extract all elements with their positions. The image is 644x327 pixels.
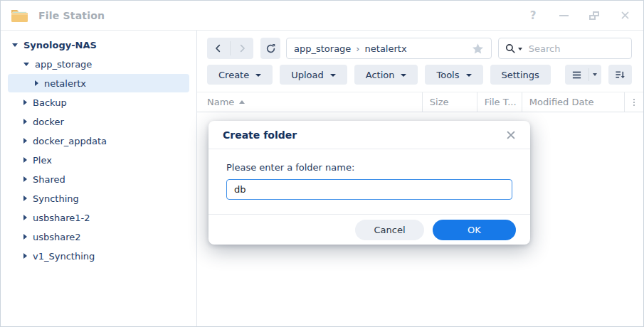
- tree-label: Plex: [33, 155, 52, 166]
- sidebar-item-shared[interactable]: Shared: [8, 170, 189, 188]
- list-view-icon[interactable]: [565, 70, 588, 80]
- button-label: Settings: [502, 70, 539, 80]
- tree-label: Syncthing: [33, 193, 79, 204]
- tools-button[interactable]: Tools: [425, 65, 482, 85]
- maximize-icon[interactable]: [588, 10, 600, 21]
- chevron-down-icon: [466, 74, 472, 77]
- tree-label: v1_Syncthing: [33, 251, 95, 262]
- sidebar-item-plex[interactable]: Plex: [8, 151, 189, 169]
- chevron-down-icon[interactable]: [589, 73, 601, 76]
- search-input[interactable]: [527, 43, 625, 55]
- ok-button[interactable]: OK: [433, 220, 516, 240]
- search-box: [498, 38, 632, 59]
- star-icon[interactable]: [472, 43, 484, 55]
- expand-arrow-icon[interactable]: [23, 100, 27, 105]
- view-mode-button[interactable]: [565, 65, 601, 85]
- window-title: File Station: [38, 10, 105, 21]
- expand-arrow-icon[interactable]: [23, 119, 27, 124]
- titlebar: File Station ?: [1, 1, 643, 31]
- chevron-down-icon[interactable]: [518, 48, 522, 50]
- breadcrumb[interactable]: app_storage › netalertx: [286, 38, 492, 59]
- tree-label: app_storage: [35, 59, 92, 70]
- column-header-file-type[interactable]: File T...: [477, 92, 522, 112]
- back-button[interactable]: [207, 38, 230, 59]
- search-icon[interactable]: [505, 43, 516, 54]
- sidebar-item-backup[interactable]: Backup: [8, 93, 189, 112]
- button-label: Create: [218, 70, 249, 80]
- file-station-window: File Station ? Synology-NAS app_storage: [0, 0, 644, 327]
- help-icon[interactable]: ?: [527, 10, 539, 21]
- tree-label: Backup: [33, 97, 67, 108]
- tree-label: docker_appdata: [33, 136, 107, 146]
- expand-arrow-icon[interactable]: [23, 195, 27, 201]
- tree-label: usbshare1-2: [33, 213, 90, 223]
- column-label: Size: [430, 97, 449, 107]
- tree-label: usbshare2: [33, 232, 81, 242]
- dialog-header: Create folder: [208, 121, 530, 149]
- breadcrumb-segment[interactable]: netalertx: [365, 43, 407, 54]
- column-header-modified-date[interactable]: Modified Date: [522, 92, 624, 112]
- column-label: Name: [207, 97, 234, 107]
- tree-label: Shared: [33, 174, 65, 185]
- breadcrumb-segment[interactable]: app_storage: [294, 43, 351, 54]
- expand-arrow-icon[interactable]: [35, 80, 38, 86]
- sidebar-item-docker[interactable]: docker: [8, 112, 189, 131]
- sort-order-button[interactable]: [608, 65, 632, 85]
- settings-button[interactable]: Settings: [490, 65, 551, 85]
- sort-order-icon: [615, 70, 625, 80]
- close-icon[interactable]: [619, 10, 630, 21]
- forward-button[interactable]: [231, 38, 253, 59]
- expand-arrow-icon[interactable]: [23, 138, 27, 144]
- collapse-arrow-icon[interactable]: [12, 43, 18, 47]
- dialog-footer: Cancel OK: [208, 214, 530, 245]
- upload-button[interactable]: Upload: [280, 65, 347, 85]
- cancel-button[interactable]: Cancel: [355, 220, 424, 240]
- collapse-arrow-icon[interactable]: [23, 63, 29, 66]
- folder-icon: [10, 8, 29, 23]
- breadcrumb-separator: ›: [356, 43, 359, 54]
- sidebar-item-usbshare2[interactable]: usbshare2: [8, 227, 189, 246]
- refresh-button[interactable]: [260, 38, 280, 59]
- navigation-row: app_storage › netalertx: [207, 38, 632, 59]
- action-button[interactable]: Action: [354, 65, 418, 85]
- expand-arrow-icon[interactable]: [23, 215, 27, 220]
- sidebar-item-synology-nas[interactable]: Synology-NAS: [8, 36, 189, 54]
- button-label: Tools: [436, 70, 459, 80]
- column-header-size[interactable]: Size: [422, 92, 477, 112]
- button-label: Upload: [291, 70, 324, 80]
- folder-tree-sidebar: Synology-NAS app_storage netalertx Backu…: [1, 31, 197, 327]
- expand-arrow-icon[interactable]: [23, 176, 27, 182]
- sort-ascending-icon: [239, 100, 245, 104]
- sidebar-item-netalertx[interactable]: netalertx: [8, 74, 189, 92]
- sidebar-item-v1-syncthing[interactable]: v1_Syncthing: [8, 247, 189, 265]
- create-button[interactable]: Create: [207, 65, 273, 85]
- column-label: Modified Date: [529, 97, 594, 107]
- column-header-name[interactable]: Name: [197, 92, 422, 112]
- sidebar-item-usbshare1-2[interactable]: usbshare1-2: [8, 208, 189, 227]
- minimize-icon[interactable]: [558, 10, 569, 21]
- tree-label: Synology-NAS: [23, 40, 97, 50]
- history-nav-group: [207, 38, 253, 59]
- chevron-down-icon: [255, 74, 261, 77]
- column-options-button[interactable]: [624, 92, 644, 112]
- dialog-close-icon[interactable]: [506, 130, 516, 140]
- file-table-header: Name Size File T... Modified Date: [197, 92, 644, 112]
- column-label: File T...: [485, 97, 517, 107]
- sidebar-item-app-storage[interactable]: app_storage: [8, 55, 189, 73]
- chevron-down-icon: [401, 74, 406, 77]
- window-controls: ?: [527, 10, 630, 21]
- toolbar: Create Upload Action Tools Settings: [207, 65, 632, 85]
- sidebar-item-docker-appdata[interactable]: docker_appdata: [8, 132, 189, 150]
- folder-name-prompt: Please enter a folder name:: [226, 162, 512, 173]
- tree-label: netalertx: [44, 78, 86, 89]
- dialog-title: Create folder: [223, 129, 297, 141]
- vertical-ellipsis-icon: [629, 97, 639, 107]
- folder-name-input[interactable]: [226, 179, 512, 200]
- sidebar-item-syncthing[interactable]: Syncthing: [8, 189, 189, 208]
- tree-label: docker: [33, 117, 64, 127]
- expand-arrow-icon[interactable]: [23, 234, 27, 240]
- chevron-down-icon: [330, 74, 336, 77]
- expand-arrow-icon[interactable]: [23, 253, 27, 259]
- button-label: Action: [366, 70, 395, 80]
- expand-arrow-icon[interactable]: [23, 157, 27, 163]
